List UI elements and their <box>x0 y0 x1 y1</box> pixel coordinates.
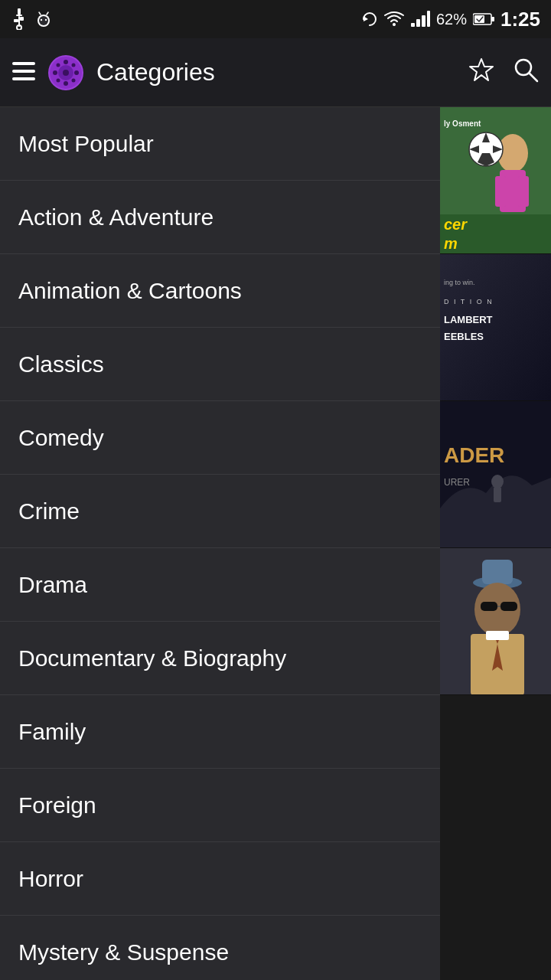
svg-text:URER: URER <box>444 477 470 488</box>
category-list: Most PopularAction & AdventureAnimation … <box>0 107 440 980</box>
svg-rect-66 <box>481 602 497 611</box>
svg-text:LAMBERT: LAMBERT <box>444 314 493 325</box>
status-right-icons: 62% 1:25 <box>361 8 540 31</box>
category-item-crime[interactable]: Crime <box>0 475 440 548</box>
svg-rect-15 <box>411 23 415 27</box>
svg-rect-22 <box>12 62 35 65</box>
svg-text:D I T I O N: D I T I O N <box>444 298 494 305</box>
svg-text:ADER: ADER <box>444 443 504 467</box>
svg-rect-50 <box>440 254 551 401</box>
page-title: Categories <box>96 58 456 87</box>
svg-rect-1 <box>16 15 22 16</box>
svg-point-8 <box>39 16 48 25</box>
category-label-drama: Drama <box>18 572 87 598</box>
category-item-classics[interactable]: Classics <box>0 328 440 401</box>
svg-marker-36 <box>470 59 493 80</box>
svg-rect-23 <box>12 70 35 73</box>
top-bar: Categories <box>0 38 551 107</box>
main-content: Most PopularAction & AdventureAnimation … <box>0 107 551 980</box>
status-time: 1:25 <box>500 8 540 31</box>
svg-point-59 <box>491 475 504 488</box>
svg-point-34 <box>57 78 60 82</box>
battery-indicator: 62% <box>436 11 467 28</box>
android-icon <box>35 8 52 30</box>
category-item-drama[interactable]: Drama <box>0 548 440 622</box>
svg-text:EEBLES: EEBLES <box>444 331 484 342</box>
svg-marker-13 <box>364 16 368 21</box>
category-item-most-popular[interactable]: Most Popular <box>0 107 440 181</box>
category-item-comedy[interactable]: Comedy <box>0 401 440 475</box>
category-item-action-adventure[interactable]: Action & Adventure <box>0 181 440 254</box>
svg-point-27 <box>63 70 69 76</box>
svg-point-37 <box>516 60 531 75</box>
category-label-comedy: Comedy <box>18 425 104 451</box>
svg-point-29 <box>64 81 68 86</box>
svg-line-11 <box>39 12 41 15</box>
svg-line-38 <box>530 74 537 81</box>
svg-point-30 <box>53 70 57 75</box>
favorites-button[interactable] <box>468 57 494 88</box>
svg-point-35 <box>72 78 76 82</box>
svg-rect-18 <box>427 11 430 27</box>
category-label-most-popular: Most Popular <box>18 131 154 157</box>
category-item-family[interactable]: Family <box>0 695 440 769</box>
thumbnail-3: ADER URER <box>440 401 551 548</box>
svg-point-33 <box>72 63 76 67</box>
category-label-animation-cartoons: Animation & Cartoons <box>18 278 242 304</box>
svg-rect-60 <box>494 487 501 502</box>
category-label-horror: Horror <box>18 866 83 892</box>
svg-point-28 <box>64 60 68 64</box>
svg-rect-17 <box>422 15 425 27</box>
svg-point-10 <box>45 19 47 21</box>
svg-rect-67 <box>500 602 517 611</box>
svg-rect-24 <box>12 77 35 80</box>
category-label-documentary-biography: Documentary & Biography <box>18 645 286 671</box>
search-button[interactable] <box>513 57 539 88</box>
category-item-mystery-suspense[interactable]: Mystery & Suspense <box>0 916 440 980</box>
category-item-foreign[interactable]: Foreign <box>0 769 440 842</box>
battery-icon <box>473 12 494 26</box>
svg-text:ing to win.: ing to win. <box>444 279 475 286</box>
rotate-icon <box>361 11 378 28</box>
category-label-foreign: Foreign <box>18 792 96 818</box>
svg-point-14 <box>393 23 396 26</box>
svg-rect-16 <box>416 19 420 27</box>
svg-point-32 <box>57 63 60 67</box>
svg-line-12 <box>47 12 48 15</box>
signal-icon <box>410 11 430 28</box>
thumbnail-4 <box>440 548 551 695</box>
category-item-animation-cartoons[interactable]: Animation & Cartoons <box>0 254 440 328</box>
svg-point-9 <box>41 19 42 21</box>
top-actions <box>468 57 539 88</box>
category-item-horror[interactable]: Horror <box>0 842 440 916</box>
app-logo <box>47 54 84 91</box>
side-thumbnails: ly Osment cer m ing to win. D I T I O N … <box>440 107 551 980</box>
svg-rect-43 <box>495 176 506 207</box>
category-label-classics: Classics <box>18 351 104 377</box>
svg-point-3 <box>17 25 21 30</box>
category-label-family: Family <box>18 719 86 745</box>
category-label-mystery-suspense: Mystery & Suspense <box>18 939 229 965</box>
thumbnail-1: ly Osment cer m <box>440 107 551 254</box>
svg-text:m: m <box>444 235 458 252</box>
svg-rect-6 <box>20 17 24 21</box>
svg-rect-44 <box>518 176 529 207</box>
menu-icon[interactable] <box>12 60 35 86</box>
category-label-crime: Crime <box>18 498 80 524</box>
category-item-documentary-biography[interactable]: Documentary & Biography <box>0 622 440 695</box>
wifi-icon <box>384 11 404 28</box>
status-bar: 62% 1:25 <box>0 0 551 38</box>
svg-text:cer: cer <box>444 216 468 233</box>
usb-icon <box>11 8 28 30</box>
status-left-icons <box>11 8 52 30</box>
svg-rect-0 <box>18 8 21 15</box>
thumbnail-2: ing to win. D I T I O N LAMBERT EEBLES <box>440 254 551 401</box>
svg-text:ly Osment: ly Osment <box>444 119 481 128</box>
category-label-action-adventure: Action & Adventure <box>18 204 214 230</box>
svg-rect-70 <box>486 631 509 640</box>
svg-point-31 <box>74 70 79 75</box>
svg-rect-20 <box>491 17 494 21</box>
svg-rect-64 <box>482 560 513 584</box>
